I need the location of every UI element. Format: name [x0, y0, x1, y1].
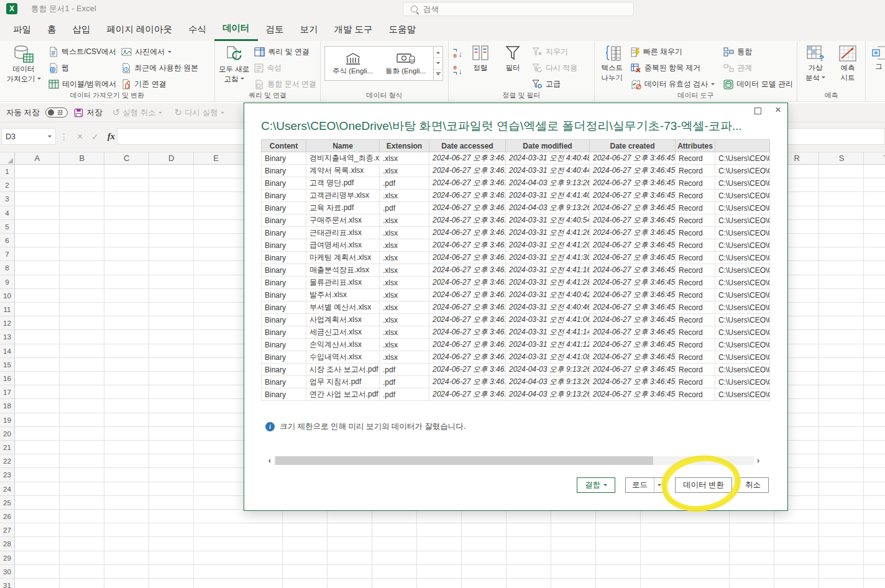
gallery-more-button[interactable]	[434, 70, 442, 80]
combine-button[interactable]: 결합	[577, 477, 615, 493]
search-box[interactable]	[403, 2, 634, 16]
flash-fill-button[interactable]: 빠른 채우기	[631, 45, 715, 59]
sort-ascending-button[interactable]: ㄱㅎ ↓	[452, 46, 462, 61]
column-header-S[interactable]: S	[819, 152, 864, 165]
formula-cancel-button[interactable]: ×	[77, 131, 83, 142]
scrollbar-track[interactable]	[274, 456, 754, 465]
formula-enter-button[interactable]: ✓	[91, 132, 99, 142]
row-header-25[interactable]: 25	[0, 496, 14, 510]
autosave-toggle[interactable]: 끔	[45, 108, 68, 117]
table-cell: 2024-06-27 오후 3:46:45	[590, 165, 676, 177]
row-header-12[interactable]: 12	[0, 316, 14, 330]
properties-button[interactable]: 속성	[254, 61, 316, 75]
row-header-10[interactable]: 10	[0, 289, 14, 303]
tab-developer[interactable]: 개발 도구	[326, 17, 381, 41]
table-cell: C:\Users\CEO\O	[715, 165, 770, 177]
reapply-filter-button[interactable]: 다시 적용	[532, 61, 577, 75]
scrollbar-thumb[interactable]	[275, 456, 653, 465]
transform-data-button[interactable]: 데이터 변환	[675, 477, 732, 493]
row-header-31[interactable]: 31	[0, 579, 14, 588]
gallery-scroll-down[interactable]	[434, 58, 442, 69]
remove-duplicates-button[interactable]: 중복된 항목 제거	[631, 61, 715, 75]
name-box[interactable]: D3	[1, 128, 56, 145]
clear-filter-button[interactable]: 지우기	[532, 45, 577, 59]
load-button[interactable]: 로드	[626, 478, 654, 492]
save-button[interactable]: 저장	[74, 108, 102, 118]
scroll-right-button[interactable]: ›	[754, 455, 763, 466]
existing-connections-button[interactable]: 기존 연결	[121, 77, 198, 91]
row-header-17[interactable]: 17	[0, 385, 14, 399]
search-input[interactable]	[423, 5, 610, 14]
row-header-4[interactable]: 4	[0, 206, 14, 220]
row-header-22[interactable]: 22	[0, 454, 14, 468]
relationships-button[interactable]: 관계	[723, 61, 793, 75]
column-header-T[interactable]: T	[864, 152, 885, 165]
row-header-14[interactable]: 14	[0, 344, 14, 358]
row-header-6[interactable]: 6	[0, 234, 14, 247]
row-header-3[interactable]: 3	[0, 192, 14, 206]
column-header-B[interactable]: B	[60, 152, 104, 165]
row-header-19[interactable]: 19	[0, 413, 14, 427]
row-header-29[interactable]: 29	[0, 551, 14, 565]
data-validation-button[interactable]: 데이터 유효성 검사	[631, 77, 715, 91]
select-all-corner[interactable]	[0, 152, 15, 165]
from-web-button[interactable]: 웹	[48, 61, 116, 75]
advanced-filter-button[interactable]: 고급	[532, 77, 577, 91]
consolidate-button[interactable]: 통합	[723, 45, 793, 59]
gallery-scroll-up[interactable]	[434, 47, 442, 58]
row-header-8[interactable]: 8	[0, 261, 14, 275]
column-header-D[interactable]: D	[149, 152, 194, 165]
tab-review[interactable]: 검토	[258, 17, 292, 41]
column-header-E[interactable]: E	[194, 152, 239, 165]
undo-button[interactable]: ↺ 실행 취소	[112, 108, 162, 118]
from-text-csv-button[interactable]: 텍스트/CSV에서	[48, 45, 116, 59]
row-header-23[interactable]: 23	[0, 468, 14, 482]
column-header-C[interactable]: C	[104, 152, 149, 165]
dialog-maximize-button[interactable]	[754, 108, 761, 114]
tab-insert[interactable]: 삽입	[65, 17, 99, 41]
row-header-9[interactable]: 9	[0, 275, 14, 289]
row-header-18[interactable]: 18	[0, 399, 14, 413]
tab-view[interactable]: 보기	[292, 17, 326, 41]
column-header-A[interactable]: A	[15, 152, 60, 165]
gallery-scroll	[434, 46, 443, 81]
manage-data-model-button[interactable]: 데이터 모델 관리	[723, 77, 793, 91]
stocks-data-type[interactable]: 주식 (Engli...	[332, 52, 373, 76]
workbook-links-button[interactable]: 통합 문서 연결	[254, 77, 316, 91]
tab-help[interactable]: 도움말	[381, 17, 424, 41]
cancel-button[interactable]: 취소	[737, 477, 769, 493]
row-header-27[interactable]: 27	[0, 523, 14, 537]
queries-connections-button[interactable]: 쿼리 및 연결	[254, 45, 316, 59]
row-header-2[interactable]: 2	[0, 178, 14, 192]
row-header-5[interactable]: 5	[0, 220, 14, 234]
tab-page-layout[interactable]: 페이지 레이아웃	[99, 17, 181, 41]
row-header-24[interactable]: 24	[0, 482, 14, 496]
row-header-28[interactable]: 28	[0, 537, 14, 551]
tab-file[interactable]: 파일	[5, 17, 39, 41]
redo-button[interactable]: ↻ 다시 실행	[175, 108, 224, 118]
row-header-20[interactable]: 20	[0, 427, 14, 441]
row-header-16[interactable]: 16	[0, 372, 14, 385]
scroll-left-button[interactable]: ‹	[265, 455, 274, 466]
load-dropdown-button[interactable]	[654, 478, 664, 492]
row-header-21[interactable]: 21	[0, 441, 14, 454]
group-button-partial[interactable]: 그	[871, 44, 885, 101]
row-header-30[interactable]: 30	[0, 565, 14, 579]
currency-data-type[interactable]: 통화 (Engli...	[385, 52, 426, 76]
row-header-13[interactable]: 13	[0, 330, 14, 344]
row-header-15[interactable]: 15	[0, 358, 14, 372]
from-table-range-button[interactable]: 테이블/범위에서	[48, 77, 116, 91]
sort-descending-button[interactable]: ㅎㄱ ↓	[452, 63, 462, 78]
row-header-26[interactable]: 26	[0, 510, 14, 523]
dialog-close-button[interactable]: ×	[775, 104, 781, 116]
row-header-1[interactable]: 1	[0, 165, 14, 178]
row-header-11[interactable]: 11	[0, 303, 14, 316]
table-cell: .pdf	[380, 202, 429, 214]
from-picture-button[interactable]: 사진에서	[121, 45, 198, 59]
tab-data[interactable]: 데이터	[214, 17, 258, 41]
tab-formulas[interactable]: 수식	[180, 17, 214, 41]
row-header-7[interactable]: 7	[0, 247, 14, 261]
tab-home[interactable]: 홈	[39, 17, 65, 41]
recent-sources-button[interactable]: 최근에 사용한 원본	[121, 61, 198, 75]
insert-function-button[interactable]: fx	[108, 132, 115, 142]
